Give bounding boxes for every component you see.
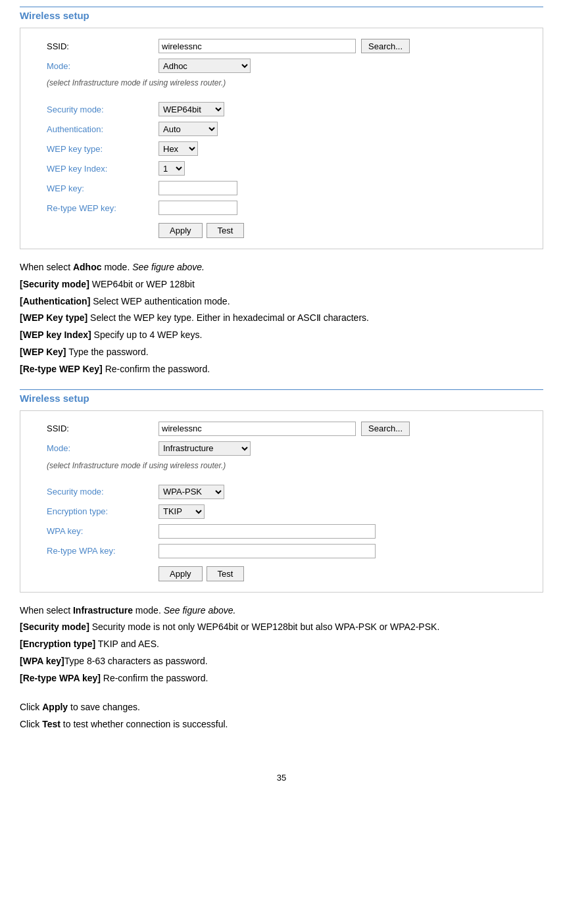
sec-mode-label-2: [Security mode] [20, 621, 89, 632]
sec-mode-label-1: [Security mode] [20, 279, 89, 289]
search-button-2[interactable]: Search... [361, 422, 410, 436]
auth-select-1[interactable]: Auto Open Shared [159, 122, 218, 136]
section-title-1: Wireless setup [20, 7, 543, 21]
keyindex-label-1: WEP key Index: [47, 164, 159, 174]
rewpakey-row-2: Re-type WPA key: [47, 544, 529, 558]
mode-label-2: Mode: [47, 443, 159, 453]
mode-select-1[interactable]: Adhoc Infrastructure [159, 59, 251, 73]
security-select-1[interactable]: WEP64bit WEP128bit WPA-PSK WPA2-PSK None [159, 102, 224, 116]
wpakey-label-2: WPA key: [47, 526, 159, 536]
rewpakey-desc-label-2: [Re-type WPA key] [20, 673, 101, 683]
wireless-box-1: SSID: Search... Mode: Adhoc Infrastructu… [20, 28, 543, 249]
btn-row-1: Apply Test [159, 223, 529, 238]
note-1: (select Infrastructure mode if using wir… [47, 78, 529, 87]
search-button-1[interactable]: Search... [361, 39, 410, 53]
keytype-row-1: WEP key type: Hex ASCII [47, 141, 529, 156]
encrypt-select-2[interactable]: TKIP AES [159, 504, 205, 519]
encrypt-label-2: Encryption type: [47, 506, 159, 516]
auth-row-1: Authentication: Auto Open Shared [47, 122, 529, 136]
description-block-2: When select Infrastructure mode. See fig… [20, 603, 543, 687]
encrypt-desc-label-2: [Encryption type] [20, 639, 95, 649]
keyindex-select-1[interactable]: 1 2 3 4 [159, 161, 185, 176]
mode-select-2[interactable]: Adhoc Infrastructure [159, 441, 251, 456]
auth-label-1: Authentication: [47, 124, 159, 134]
test-bold: Test [42, 719, 61, 729]
wepkey-input-1[interactable] [159, 181, 237, 195]
mode-label-1: Mode: [47, 61, 159, 71]
apply-button-1[interactable]: Apply [159, 223, 203, 238]
security-label-1: Security mode: [47, 105, 159, 114]
mode-row-2: Mode: Adhoc Infrastructure [47, 441, 529, 456]
ssid-input-2[interactable] [159, 422, 356, 436]
wepkey-label-1: WEP key: [47, 183, 159, 193]
mode-row-1: Mode: Adhoc Infrastructure [47, 59, 529, 73]
btn-row-2: Apply Test [159, 566, 529, 581]
ssid-row-1: SSID: Search... [47, 39, 529, 53]
security-label-2: Security mode: [47, 487, 159, 497]
test-button-1[interactable]: Test [207, 223, 245, 238]
security-select-2[interactable]: WEP64bit WEP128bit WPA-PSK WPA2-PSK None [159, 485, 224, 499]
adhoc-bold: Adhoc [73, 262, 102, 272]
rewepkey-desc-label-1: [Re-type WEP Key] [20, 364, 103, 374]
rewpakey-input-2[interactable] [159, 544, 376, 558]
wpakey-row-2: WPA key: [47, 524, 529, 539]
keytype-label-1: WEP key type: [47, 144, 159, 154]
wireless-box-2: SSID: Search... Mode: Adhoc Infrastructu… [20, 410, 543, 593]
ssid-input-1[interactable] [159, 39, 356, 53]
encrypt-row-2: Encryption type: TKIP AES [47, 504, 529, 519]
note-2: (select Infrastructure mode if using wir… [47, 461, 529, 470]
rewpakey-label-2: Re-type WPA key: [47, 546, 159, 556]
test-button-2[interactable]: Test [207, 566, 245, 581]
wpakey-input-2[interactable] [159, 524, 376, 539]
apply-button-2[interactable]: Apply [159, 566, 203, 581]
infra-bold: Infrastructure [73, 605, 133, 616]
bottom-notes: Click Apply to save changes. Click Test … [20, 698, 543, 733]
wpakey-desc-label-2: [WPA key] [20, 656, 64, 666]
rewepkey-row-1: Re-type WEP key: [47, 201, 529, 215]
description-block-1: When select Adhoc mode. See figure above… [20, 260, 543, 377]
rewepkey-label-1: Re-type WEP key: [47, 203, 159, 213]
wepkey-desc-label-1: [WEP Key] [20, 347, 66, 357]
keytype-desc-label-1: [WEP Key type] [20, 312, 87, 323]
ssid-label-1: SSID: [47, 41, 159, 51]
rewepkey-input-1[interactable] [159, 201, 237, 215]
security-row-1: Security mode: WEP64bit WEP128bit WPA-PS… [47, 102, 529, 116]
auth-desc-label-1: [Authentication] [20, 296, 90, 306]
ssid-row-2: SSID: Search... [47, 422, 529, 436]
section-title-2: Wireless setup [20, 389, 543, 404]
keyindex-row-1: WEP key Index: 1 2 3 4 [47, 161, 529, 176]
keytype-select-1[interactable]: Hex ASCII [159, 141, 198, 156]
page-number: 35 [20, 773, 543, 783]
security-row-2: Security mode: WEP64bit WEP128bit WPA-PS… [47, 485, 529, 499]
keyindex-desc-label-1: [WEP key Index] [20, 329, 91, 340]
ssid-label-2: SSID: [47, 424, 159, 433]
apply-bold: Apply [42, 702, 68, 712]
wepkey-row-1: WEP key: [47, 181, 529, 195]
